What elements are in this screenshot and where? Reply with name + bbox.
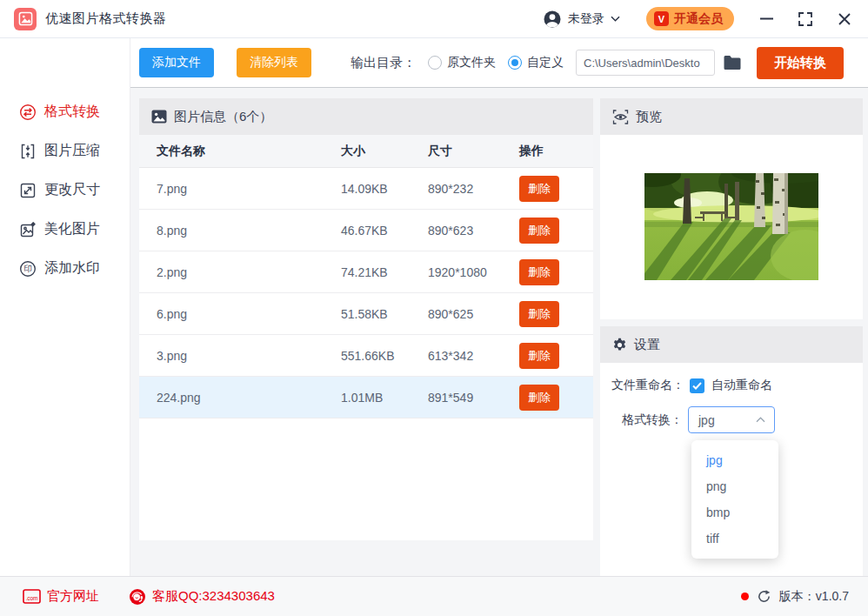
cell: 2.png [139,265,341,279]
compress-icon [19,143,37,160]
cell: 890*623 [428,224,519,238]
sidebar-item-label: 更改尺寸 [44,181,100,199]
cell: 551.66KB [341,349,428,363]
cell: 46.67KB [341,224,428,238]
clear-list-button[interactable]: 清除列表 [237,48,311,77]
dropdown-option-jpg[interactable]: jpg [691,447,778,473]
dropdown-option-bmp[interactable]: bmp [691,499,778,526]
image-info-icon [151,110,167,124]
sidebar-item-label: 添加水印 [44,259,100,278]
format-select[interactable]: jpg [688,406,775,433]
login-menu[interactable]: 未登录 [543,10,620,29]
app-window: 优速图片格式转换器 未登录 V 开通会员 [0,0,868,616]
official-website-label: 官方网址 [47,588,99,605]
preview-transparency-grid [600,135,863,319]
svg-text:.com: .com [25,595,37,601]
format-selected-value: jpg [698,413,715,427]
sidebar-item-format-convert[interactable]: 格式转换 [0,92,130,131]
cell: 891*549 [428,391,519,405]
beautify-icon [19,221,37,238]
file-list-header: 图片信息（6个） [139,98,593,135]
auto-rename-checkbox[interactable] [690,378,704,393]
file-list-panel: 图片信息（6个） 文件名称大小尺寸操作 7.png14.09KB890*232删… [139,98,593,540]
settings-gear-icon [612,338,627,352]
radio-custom-folder[interactable]: 自定义 [508,55,564,70]
cell: 74.21KB [341,265,428,279]
radio-unchecked-icon [428,56,442,70]
delete-button[interactable]: 删除 [519,259,559,285]
column-header: 操作 [519,144,593,159]
resize-icon [19,182,37,199]
vip-badge-icon: V [654,11,669,26]
rename-label: 文件重命名： [611,378,684,393]
cell: 3.png [139,349,341,363]
support-qq-link[interactable]: 客服QQ:3234303643 [129,588,275,606]
app-title: 优速图片格式转换器 [45,10,167,27]
cell: 890*625 [428,307,519,321]
dropdown-option-tiff[interactable]: tiff [691,526,778,552]
sidebar-item-beautify[interactable]: 美化图片 [0,210,130,249]
output-path-input[interactable] [576,50,715,76]
cell: 14.09KB [341,182,428,196]
sidebar-item-watermark[interactable]: 印 添加水印 [0,249,130,288]
footer: .com 官方网址 客服QQ:3234303643 版本：v1.0.7 [0,576,868,616]
delete-button[interactable]: 删除 [519,176,559,202]
user-avatar-icon [543,10,562,29]
delete-button[interactable]: 删除 [519,385,559,411]
sidebar-item-resize[interactable]: 更改尺寸 [0,171,130,210]
table-row[interactable]: 8.png46.67KB890*623删除 [139,210,593,251]
settings-body: 文件重命名： 自动重命名 格式转换： jpg [600,363,863,576]
table-row[interactable]: 6.png51.58KB890*625删除 [139,293,593,335]
column-header: 文件名称 [139,144,341,159]
content-area: 图片信息（6个） 文件名称大小尺寸操作 7.png14.09KB890*232删… [130,88,868,576]
auto-rename-label: 自动重命名 [711,378,772,393]
cell: 224.png [139,391,341,405]
cell: 1920*1080 [428,265,519,279]
table-row[interactable]: 3.png551.66KB613*342删除 [139,335,593,377]
dropdown-option-png[interactable]: png [691,473,778,499]
cell: 7.png [139,182,341,196]
minimize-icon[interactable] [758,11,774,27]
format-convert-icon [19,104,37,121]
status-dot [741,593,749,600]
toolbar: 添加文件 清除列表 输出目录： 原文件夹 自定义 [130,38,868,88]
start-convert-button[interactable]: 开始转换 [757,47,844,79]
table-row[interactable]: 7.png14.09KB890*232删除 [139,168,593,210]
cell: 1.01MB [341,391,428,405]
chevron-down-icon [611,16,620,22]
sidebar-item-label: 格式转换 [44,103,100,121]
open-vip-button[interactable]: V 开通会员 [646,7,734,30]
radio-checked-icon [508,56,522,70]
close-icon[interactable] [837,11,852,27]
column-header: 大小 [341,144,428,159]
browse-folder-icon[interactable] [723,55,742,70]
preview-image [644,173,818,280]
format-dropdown: jpgpngbmptiff [691,440,778,559]
settings-header: 设置 [600,326,863,363]
vip-label: 开通会员 [674,11,723,27]
sidebar-item-compress[interactable]: 图片压缩 [0,131,130,171]
delete-button[interactable]: 删除 [519,343,559,369]
login-status-text: 未登录 [568,11,604,27]
refresh-icon[interactable] [757,589,771,604]
maximize-icon[interactable] [798,11,813,27]
settings-title: 设置 [634,337,660,353]
table-row[interactable]: 224.png1.01MB891*549删除 [139,377,593,418]
title-bar: 优速图片格式转换器 未登录 V 开通会员 [0,0,868,38]
cell: 613*342 [428,349,519,363]
table-header-row: 文件名称大小尺寸操作 [139,135,593,168]
check-icon [692,382,702,390]
file-table-body: 7.png14.09KB890*232删除8.png46.67KB890*623… [139,168,593,418]
website-icon: .com [23,589,41,604]
watermark-icon: 印 [19,260,37,278]
delete-button[interactable]: 删除 [519,218,559,244]
add-files-button[interactable]: 添加文件 [139,48,214,77]
table-row[interactable]: 2.png74.21KB1920*1080删除 [139,251,593,293]
radio-source-folder[interactable]: 原文件夹 [428,55,496,70]
official-website-link[interactable]: .com 官方网址 [23,588,99,605]
svg-text:印: 印 [23,264,32,273]
format-label: 格式转换： [622,412,683,428]
delete-button[interactable]: 删除 [519,301,559,327]
chevron-up-icon [756,417,765,423]
cell: 6.png [139,307,341,321]
